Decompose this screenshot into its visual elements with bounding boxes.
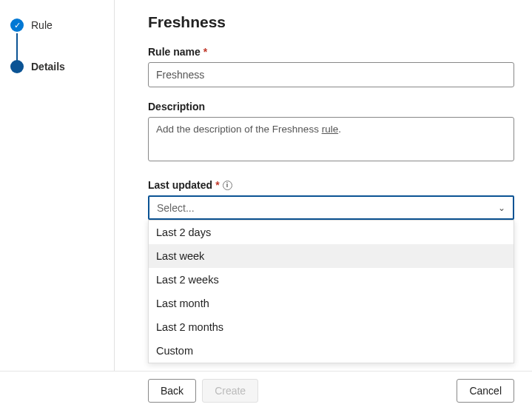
create-button: Create xyxy=(202,379,258,403)
option-last-2-weeks[interactable]: Last 2 weeks xyxy=(149,268,514,292)
footer-bar: Back Create Cancel xyxy=(0,371,532,410)
chevron-down-icon: ⌄ xyxy=(498,203,505,213)
option-last-week[interactable]: Last week xyxy=(149,244,514,268)
step-details[interactable]: Details xyxy=(9,60,105,73)
select-placeholder: Select... xyxy=(157,202,195,214)
info-icon[interactable]: i xyxy=(223,181,232,190)
required-asterisk: * xyxy=(215,179,219,191)
option-last-2-days[interactable]: Last 2 days xyxy=(149,221,514,244)
rule-name-label: Rule name * xyxy=(148,46,514,58)
option-last-month[interactable]: Last month xyxy=(149,292,514,315)
check-icon: ✓ xyxy=(10,19,24,32)
wizard-sidebar: ✓ Rule Details xyxy=(0,0,115,374)
description-label: Description xyxy=(148,101,514,112)
last-updated-dropdown: Last 2 days Last week Last 2 weeks Last … xyxy=(148,220,514,363)
page-title: Freshness xyxy=(148,13,514,31)
rule-name-input[interactable] xyxy=(148,62,514,87)
option-last-2-months[interactable]: Last 2 months xyxy=(149,315,514,339)
cancel-button[interactable]: Cancel xyxy=(457,379,514,403)
last-updated-select[interactable]: Select... ⌄ xyxy=(148,195,514,220)
description-textarea[interactable]: Add the description of the Freshness rul… xyxy=(148,117,514,161)
step-label-details: Details xyxy=(31,61,65,73)
option-custom[interactable]: Custom xyxy=(149,339,514,363)
main-panel: Freshness Rule name * Description Add th… xyxy=(115,0,532,410)
back-button[interactable]: Back xyxy=(148,379,196,403)
step-rule[interactable]: ✓ Rule xyxy=(9,19,105,32)
current-step-icon xyxy=(10,60,24,73)
required-asterisk: * xyxy=(203,46,207,58)
step-label-rule: Rule xyxy=(31,19,53,31)
last-updated-label: Last updated * i xyxy=(148,179,514,191)
